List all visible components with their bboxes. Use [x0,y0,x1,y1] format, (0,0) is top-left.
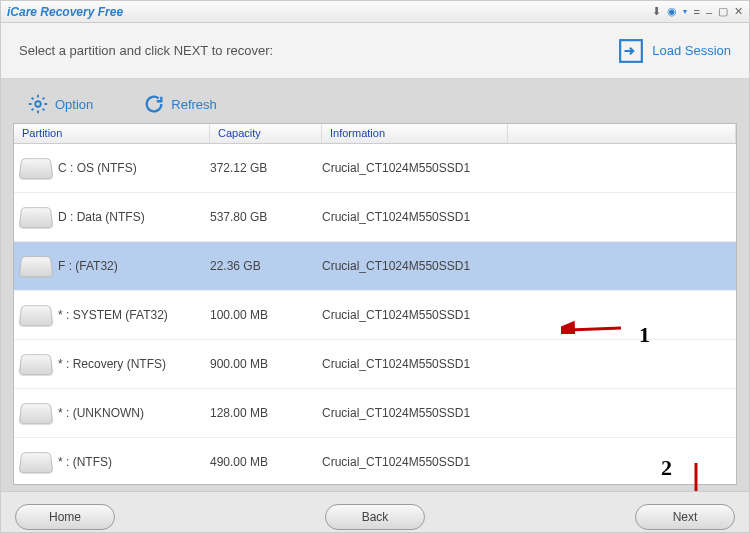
download-icon[interactable]: ⬇ [652,5,661,18]
partition-capacity: 490.00 MB [210,455,322,469]
table-row[interactable]: F : (FAT32)22.36 GBCrucial_CT1024M550SSD… [14,242,736,291]
home-button[interactable]: Home [15,504,115,530]
globe-icon[interactable]: ◉ [667,5,677,18]
partition-info: Crucial_CT1024M550SSD1 [322,210,736,224]
drive-icon [14,402,58,424]
partition-table: Partition Capacity Information C : OS (N… [13,123,737,485]
col-spacer [508,124,736,143]
load-session-button[interactable]: Load Session [618,38,731,64]
toolbar: Option Refresh [13,89,737,123]
table-header: Partition Capacity Information [14,124,736,144]
col-capacity[interactable]: Capacity [210,124,322,143]
gear-icon [27,93,49,115]
partition-info: Crucial_CT1024M550SSD1 [322,406,736,420]
table-body[interactable]: C : OS (NTFS)372.12 GBCrucial_CT1024M550… [14,144,736,484]
partition-capacity: 537.80 GB [210,210,322,224]
partition-capacity: 100.00 MB [210,308,322,322]
partition-name: * : (NTFS) [58,455,210,469]
option-label: Option [55,97,93,112]
load-session-icon [618,38,644,64]
partition-info: Crucial_CT1024M550SSD1 [322,161,736,175]
table-row[interactable]: C : OS (NTFS)372.12 GBCrucial_CT1024M550… [14,144,736,193]
partition-info: Crucial_CT1024M550SSD1 [322,308,736,322]
titlebar: iCare Recovery Free ⬇ ◉ ▾ = – ▢ ✕ [1,1,749,23]
instruction-text: Select a partition and click NEXT to rec… [19,43,273,58]
close-icon[interactable]: ✕ [734,5,743,18]
load-session-label: Load Session [652,43,731,58]
partition-info: Crucial_CT1024M550SSD1 [322,259,736,273]
dropdown-icon[interactable]: ▾ [683,7,687,16]
main-area: Option Refresh Partition Capacity Inform… [1,79,749,491]
partition-info: Crucial_CT1024M550SSD1 [322,357,736,371]
partition-capacity: 900.00 MB [210,357,322,371]
window-controls: ⬇ ◉ ▾ = – ▢ ✕ [652,5,743,18]
partition-name: * : Recovery (NTFS) [58,357,210,371]
header: Select a partition and click NEXT to rec… [1,23,749,79]
minimize-icon[interactable]: – [706,6,712,18]
separator-icon: = [693,6,699,18]
table-row[interactable]: * : SYSTEM (FAT32)100.00 MBCrucial_CT102… [14,291,736,340]
drive-icon [14,451,58,473]
partition-name: C : OS (NTFS) [58,161,210,175]
drive-icon [14,157,58,179]
partition-name: D : Data (NTFS) [58,210,210,224]
col-partition[interactable]: Partition [14,124,210,143]
partition-name: * : SYSTEM (FAT32) [58,308,210,322]
table-row[interactable]: * : (NTFS)490.00 MBCrucial_CT1024M550SSD… [14,438,736,484]
partition-capacity: 372.12 GB [210,161,322,175]
window-title: iCare Recovery Free [7,5,652,19]
table-row[interactable]: D : Data (NTFS)537.80 GBCrucial_CT1024M5… [14,193,736,242]
svg-point-1 [35,101,41,107]
partition-info: Crucial_CT1024M550SSD1 [322,455,736,469]
refresh-label: Refresh [171,97,217,112]
partition-name: F : (FAT32) [58,259,210,273]
partition-name: * : (UNKNOWN) [58,406,210,420]
maximize-icon[interactable]: ▢ [718,5,728,18]
refresh-button[interactable]: Refresh [143,93,217,115]
partition-capacity: 128.00 MB [210,406,322,420]
col-information[interactable]: Information [322,124,508,143]
option-button[interactable]: Option [27,93,93,115]
partition-capacity: 22.36 GB [210,259,322,273]
footer: Home Back Next [1,491,749,533]
back-button[interactable]: Back [325,504,425,530]
table-row[interactable]: * : (UNKNOWN)128.00 MBCrucial_CT1024M550… [14,389,736,438]
drive-icon [14,353,58,375]
next-button[interactable]: Next [635,504,735,530]
drive-icon [14,304,58,326]
refresh-icon [143,93,165,115]
table-row[interactable]: * : Recovery (NTFS)900.00 MBCrucial_CT10… [14,340,736,389]
drive-icon [14,206,58,228]
drive-icon [14,255,58,277]
